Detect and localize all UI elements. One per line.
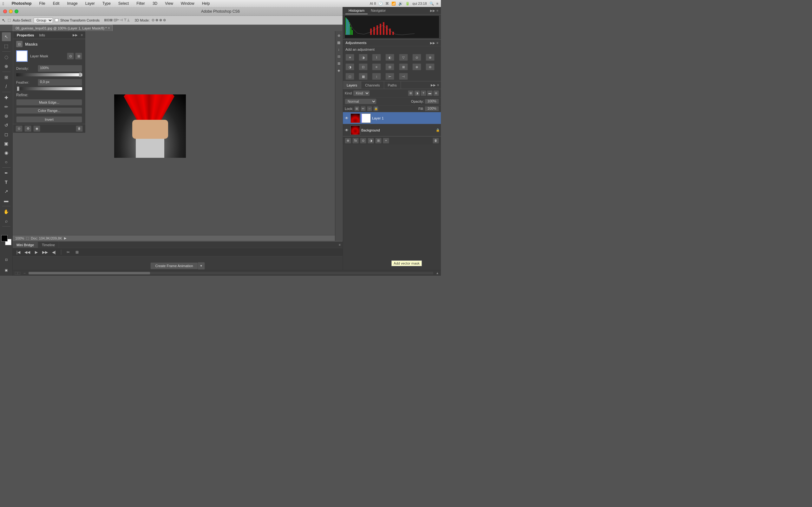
strip-icon-6[interactable]: ◈	[336, 67, 342, 73]
properties-selection-btn[interactable]: ⊙	[15, 125, 22, 132]
add-group-btn[interactable]: ⊞	[375, 138, 382, 144]
density-slider[interactable]	[16, 73, 82, 76]
menu-3d[interactable]: 3D	[151, 1, 159, 6]
layers-menu-icon[interactable]: ≡	[437, 83, 439, 87]
apple-menu[interactable]: 	[3, 1, 4, 6]
adj-exposure-icon[interactable]: ◐	[386, 54, 394, 61]
status-right-icon[interactable]: ▲	[436, 271, 439, 275]
adj-bw-icon[interactable]: ◑	[345, 63, 354, 70]
color-range-button[interactable]: Color Range...	[16, 107, 82, 114]
layers-tab[interactable]: Layers	[343, 81, 361, 89]
strip-icon-2[interactable]: ▦	[336, 39, 342, 46]
close-button[interactable]	[3, 9, 7, 13]
adj-vibrance-icon[interactable]: ▽	[399, 54, 408, 61]
zoom-icon[interactable]: ⬚	[26, 236, 29, 240]
properties-apply-btn[interactable]: ♻	[24, 125, 32, 132]
brush-tool[interactable]: ✏	[2, 102, 11, 111]
add-frame-btn[interactable]: ⊞	[74, 249, 80, 256]
menu-window[interactable]: Window	[180, 1, 196, 6]
properties-delete-btn[interactable]: 🗑	[76, 125, 83, 132]
adj-icon-extra2[interactable]: ⊢	[386, 73, 394, 80]
strip-icon-5[interactable]: ⊠	[336, 60, 342, 66]
adj-selective-color-icon[interactable]: ▦	[359, 73, 368, 80]
adj-color-balance-icon[interactable]: ⊗	[426, 54, 435, 61]
blend-mode-dropdown[interactable]: Normal Multiply Screen Overlay	[345, 99, 376, 104]
adj-icon-extra1[interactable]: ↕	[372, 73, 381, 80]
mask-thumbnail[interactable]	[16, 50, 28, 62]
layer-item-layer1[interactable]: 👁 Layer 1	[343, 112, 441, 124]
lock-position-btn[interactable]: ↔	[367, 106, 372, 111]
filter-type-icon[interactable]: T	[420, 90, 426, 96]
cut-btn[interactable]: ✂	[65, 249, 71, 256]
go-prev-btn[interactable]: ◀◀	[24, 249, 31, 256]
add-adjustment-btn[interactable]: ◑	[368, 138, 374, 144]
create-animation-dropdown-arrow[interactable]: ▼	[198, 262, 205, 270]
adj-threshold-icon[interactable]: ⊜	[426, 63, 435, 70]
feather-slider[interactable]	[16, 87, 82, 90]
go-first-btn[interactable]: |◀	[15, 249, 21, 256]
adj-brightness-icon[interactable]: ☀	[345, 54, 354, 61]
density-value[interactable]: 100%	[38, 65, 82, 72]
quick-select-tool[interactable]: ⊕	[2, 62, 11, 71]
histogram-expand-icon[interactable]: ▶▶	[430, 9, 435, 12]
menu-help[interactable]: Help	[201, 1, 211, 6]
menu-type[interactable]: Type	[101, 1, 112, 6]
status-arrow[interactable]: →	[23, 271, 26, 275]
quick-mask-toggle[interactable]: ⊡	[2, 255, 11, 264]
adj-menu-icon[interactable]: ≡	[437, 41, 438, 45]
path-selection-tool[interactable]: ↗	[2, 187, 11, 196]
layer1-visibility-icon[interactable]: 👁	[344, 116, 349, 121]
gradient-tool[interactable]: ▣	[2, 139, 11, 148]
properties-expand-icon[interactable]: ▶▶	[72, 33, 78, 37]
mask-link-icon[interactable]: ⊞	[75, 53, 82, 60]
navigator-tab[interactable]: Navigator	[368, 7, 389, 14]
marquee-tool[interactable]: ⬚	[2, 42, 11, 50]
menu-select[interactable]: Select	[117, 1, 130, 6]
pen-tool[interactable]: ✒	[2, 169, 11, 177]
menu-photoshop[interactable]: Photoshop	[10, 1, 33, 6]
adj-channel-mixer-icon[interactable]: ≡	[372, 63, 381, 70]
adj-hue-icon[interactable]: ⊙	[412, 54, 421, 61]
strip-icon-4[interactable]: ⊟	[336, 53, 342, 60]
create-frame-animation-button[interactable]: Create Frame Animation	[150, 262, 198, 269]
bottom-panel-menu-icon[interactable]: ≡	[339, 243, 341, 246]
crop-tool[interactable]: ⊞	[2, 73, 11, 82]
timeline-tab[interactable]: Timeline	[38, 242, 59, 248]
mini-bridge-tab[interactable]: Mini Bridge	[13, 242, 38, 248]
foreground-color-swatch[interactable]	[1, 235, 8, 241]
healing-brush-tool[interactable]: ✚	[2, 93, 11, 102]
link-layers-btn[interactable]: ⊕	[345, 138, 351, 144]
menu-file[interactable]: File	[38, 1, 46, 6]
add-style-btn[interactable]: fx	[352, 138, 359, 144]
lock-image-btn[interactable]: ✏	[361, 106, 366, 111]
paths-tab[interactable]: Paths	[384, 81, 401, 89]
histogram-menu-icon[interactable]: ≡	[437, 9, 438, 12]
go-next-btn[interactable]: ▶▶	[42, 249, 48, 256]
autoselect-dropdown[interactable]: Group Layer	[34, 17, 53, 23]
spotlight-icon[interactable]: 🔍	[429, 2, 434, 6]
strip-icon-3[interactable]: ↕	[336, 46, 342, 53]
kind-dropdown[interactable]: Kind	[353, 90, 370, 96]
opacity-input[interactable]: 100%	[425, 99, 439, 104]
lasso-tool[interactable]: ◌	[2, 53, 11, 61]
mask-selection-icon[interactable]: ⊙	[67, 53, 74, 60]
progress-icon[interactable]: ▶	[64, 236, 67, 240]
add-layer-btn[interactable]: +	[383, 138, 389, 144]
layer-item-background[interactable]: 👁 Background 🔒	[343, 124, 441, 136]
feather-value[interactable]: 0,0 px	[38, 79, 82, 86]
filter-smart-icon[interactable]: ⊛	[433, 90, 439, 96]
adj-icon-extra3[interactable]: ⊣	[399, 73, 408, 80]
adj-color-lookup-icon[interactable]: ⊟	[386, 63, 394, 70]
transform-checkbox[interactable]	[55, 18, 58, 22]
strip-icon-1[interactable]: ⊕	[336, 32, 342, 39]
color-swatches[interactable]	[1, 235, 11, 245]
histogram-tab[interactable]: Histogram	[345, 7, 368, 14]
add-mask-btn[interactable]: ⊙	[360, 138, 366, 144]
adj-invert-icon[interactable]: ⊠	[399, 63, 408, 70]
menu-view[interactable]: View	[164, 1, 174, 6]
go-last-btn[interactable]: ◀|	[51, 249, 57, 256]
properties-eye-btn[interactable]: ◉	[33, 125, 40, 132]
properties-menu-icon[interactable]: ≡	[81, 33, 83, 37]
invert-button[interactable]: Invert	[16, 116, 82, 123]
doc-close-button[interactable]: ×	[108, 26, 110, 30]
